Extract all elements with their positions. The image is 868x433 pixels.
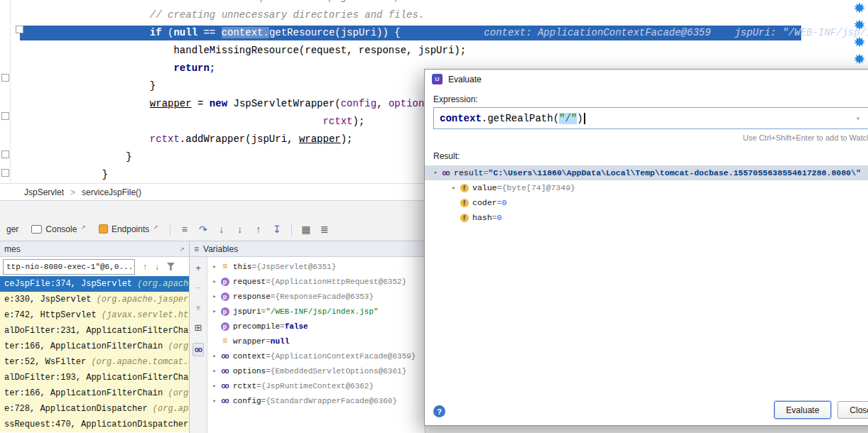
- hamburger-icon[interactable]: ≡: [194, 244, 199, 254]
- dialog-buttons: Evaluate Close: [774, 401, 868, 419]
- fold-marker[interactable]: [16, 26, 23, 33]
- chevron-collapsed-icon[interactable]: ▸: [210, 382, 219, 390]
- duplicate-icon[interactable]: ⊞: [195, 323, 202, 332]
- code-line: // creating unnecessary directories and …: [0, 6, 868, 24]
- stack-frame-row[interactable]: ter:166, ApplicationFilterChain (org.apa…: [0, 385, 189, 401]
- variable-name: rctxt: [233, 382, 256, 390]
- filter-frames-icon[interactable]: [167, 263, 175, 270]
- remove-watch-icon[interactable]: −: [195, 283, 201, 292]
- variable-row[interactable]: ▸oocontext = {ApplicationContextFacade@6…: [207, 349, 425, 363]
- stack-frame-row[interactable]: e:728, ApplicationDispatcher (org.apache…: [0, 401, 189, 417]
- layout-icon[interactable]: ≣: [315, 222, 334, 236]
- result-child-row[interactable]: fhash = 0: [425, 210, 868, 225]
- chevron-collapsed-icon[interactable]: ▸: [210, 307, 219, 315]
- step-over-icon[interactable]: ↷: [194, 222, 212, 236]
- gear-icon[interactable]: [854, 19, 865, 31]
- field-icon: f: [460, 214, 469, 222]
- variable-icon: ≡: [222, 336, 227, 346]
- chevron-collapsed-icon[interactable]: ▸: [210, 367, 219, 375]
- variable-value: "/WEB-INF/jsp/index.jsp": [266, 307, 378, 316]
- evaluate-dialog-title: Evaluate: [448, 75, 482, 84]
- thread-dropdown[interactable]: ttp-nio-8080-exec-1"@6,0... ▾: [3, 259, 135, 275]
- previous-frame-icon[interactable]: ↑: [143, 262, 147, 272]
- chevron-collapsed-icon[interactable]: ▸: [210, 278, 219, 285]
- help-icon[interactable]: ?: [433, 405, 445, 417]
- tab-debugger[interactable]: ger: [0, 217, 25, 241]
- stack-frame-row[interactable]: e:742, HttpServlet (javax.servlet.http): [0, 307, 189, 323]
- fold-marker[interactable]: [1, 112, 9, 120]
- variable-name: context: [233, 352, 266, 361]
- chevron-down-icon[interactable]: ▾: [196, 303, 201, 312]
- breadcrumb-item[interactable]: serviceJspFile(): [82, 187, 141, 197]
- chevron-expanded-icon[interactable]: ▾: [430, 169, 440, 177]
- tab-endpoints[interactable]: Endpoints ↗: [92, 217, 165, 241]
- fold-marker[interactable]: [1, 150, 9, 158]
- variable-value: false: [285, 322, 308, 331]
- result-child-row[interactable]: ▸fvalue = {byte[74]@7349}: [425, 180, 868, 195]
- variable-row[interactable]: ▸presponse = {ResponseFacade@6353}: [207, 289, 425, 304]
- variable-value: {ApplicationHttpRequest@6352}: [271, 278, 406, 286]
- stack-frame-row[interactable]: e:330, JspServlet (org.apache.jasper.ser…: [0, 292, 189, 307]
- result-child-row[interactable]: fcoder = 0: [425, 195, 868, 210]
- chevron-collapsed-icon[interactable]: ▸: [210, 397, 219, 405]
- breadcrumb-item[interactable]: JspServlet: [24, 187, 64, 197]
- expression-input[interactable]: context.getRealPath("/")▾: [433, 107, 868, 129]
- variable-name: config: [233, 397, 261, 405]
- gear-icon[interactable]: [854, 53, 865, 65]
- stack-frame-row[interactable]: alDoFilter:193, ApplicationFilterChain (…: [0, 370, 189, 385]
- fold-marker[interactable]: [1, 169, 9, 177]
- jump-arrow-icon: ↗: [153, 224, 158, 231]
- chevron-collapsed-icon[interactable]: ▸: [449, 184, 459, 192]
- add-watch-icon[interactable]: +: [195, 263, 201, 273]
- result-name: result: [454, 168, 483, 177]
- variable-row[interactable]: ≡wrapper = null: [207, 334, 425, 349]
- variable-name: wrapper: [233, 337, 266, 346]
- hamburger-icon[interactable]: ≡: [175, 222, 194, 236]
- chevron-collapsed-icon[interactable]: ▸: [210, 292, 219, 300]
- evaluate-button[interactable]: Evaluate: [774, 401, 832, 419]
- step-into-icon[interactable]: ↓: [212, 222, 231, 236]
- next-frame-icon[interactable]: ↓: [155, 262, 159, 272]
- inline-debug-hint: context: ApplicationContextFacade@6359 j…: [401, 27, 868, 38]
- tab-console[interactable]: Console ↗: [25, 217, 92, 241]
- chevron-down-icon[interactable]: ▾: [856, 114, 860, 123]
- chevron-collapsed-icon[interactable]: ▸: [210, 352, 219, 360]
- variable-row[interactable]: ▸oorctxt = {JspRuntimeContext@6362}: [207, 378, 425, 393]
- stack-frame-row[interactable]: alDoFilter:231, ApplicationFilterChain (…: [0, 323, 189, 339]
- show-watches-icon[interactable]: oo: [192, 343, 204, 356]
- chevron-down-icon: ▾: [133, 263, 135, 270]
- chevron-collapsed-icon[interactable]: ▸: [210, 263, 219, 270]
- view-grid-icon[interactable]: ▦: [297, 222, 315, 236]
- jump-arrow-icon[interactable]: ↗: [179, 246, 185, 253]
- variable-name: precompile: [233, 322, 280, 331]
- variables-panel: ≡ Variables +−▾⊞oo ▸≡this = {JspServlet@…: [190, 241, 425, 433]
- variable-name: jspUri: [233, 307, 261, 316]
- variable-name: response: [233, 292, 271, 301]
- force-step-into-icon[interactable]: ↓: [231, 222, 249, 236]
- step-out-icon[interactable]: ↑: [249, 222, 268, 236]
- stack-frame-row[interactable]: ssRequest:470, ApplicationDispatcher (or…: [0, 417, 189, 432]
- watch-icon: oo: [221, 367, 228, 375]
- thread-row: ttp-nio-8080-exec-1"@6,0... ▾ ↑ ↓: [0, 257, 189, 276]
- variable-icon: ≡: [222, 262, 227, 272]
- evaluate-dialog-titlebar[interactable]: IJ Evaluate: [425, 70, 868, 89]
- variable-row[interactable]: pprecompile = false: [207, 319, 425, 334]
- run-to-cursor-icon[interactable]: ↧: [268, 222, 286, 236]
- fold-marker[interactable]: [1, 74, 9, 82]
- stack-frame-row[interactable]: ceJspFile:374, JspServlet (org.apache.ja…: [0, 276, 189, 292]
- toolbar-separator: [170, 223, 170, 236]
- variable-row[interactable]: ▸pjspUri = "/WEB-INF/jsp/index.jsp": [207, 304, 425, 319]
- variable-row[interactable]: ▸oooptions = {EmbeddedServletOptions@636…: [207, 363, 425, 378]
- gear-icon[interactable]: [854, 36, 865, 48]
- variable-row[interactable]: ▸≡this = {JspServlet@6351}: [207, 259, 425, 274]
- variable-value: null: [271, 337, 289, 346]
- stack-frame-row[interactable]: ter:166, ApplicationFilterChain (org.apa…: [0, 339, 189, 354]
- stack-frame-row[interactable]: ter:52, WsFilter (org.apache.tomcat.webs…: [0, 354, 189, 370]
- gear-icon[interactable]: [854, 2, 865, 13]
- variable-value: 0: [501, 198, 506, 207]
- parameter-icon: p: [221, 307, 229, 316]
- variable-row[interactable]: ▸ooconfig = {StandardWrapperFacade@6360}: [207, 393, 425, 408]
- close-button[interactable]: Close: [837, 401, 868, 419]
- result-row[interactable]: ▾ oo result = "C:\Users\11860\AppData\Lo…: [425, 165, 868, 180]
- variable-row[interactable]: ▸prequest = {ApplicationHttpRequest@6352…: [207, 274, 425, 289]
